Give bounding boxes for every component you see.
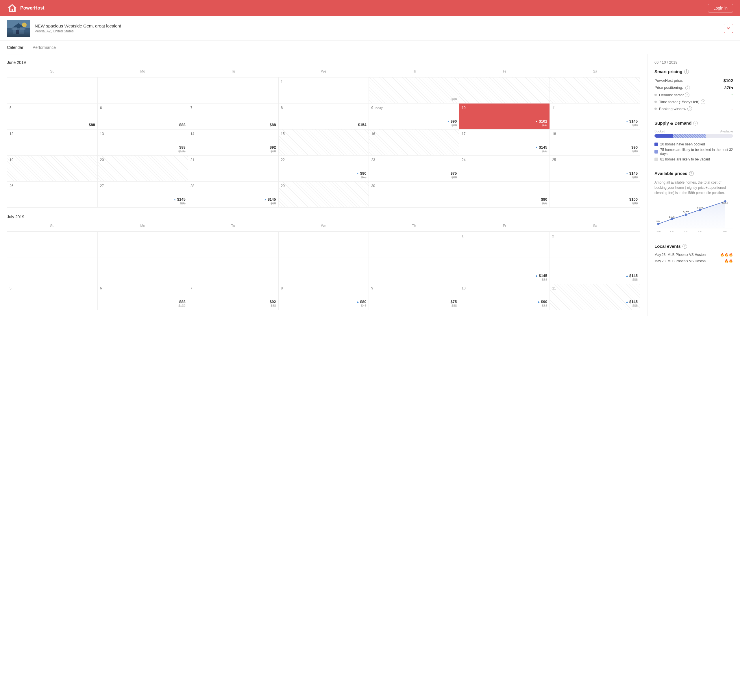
logo-area: PowerHost (7, 3, 44, 13)
booking-window-help-icon[interactable]: ? (687, 106, 692, 111)
day-header-we: We (278, 68, 369, 75)
table-row[interactable] (188, 258, 279, 284)
table-row[interactable] (7, 258, 98, 284)
available-prices-help-icon[interactable]: ? (689, 171, 694, 176)
smart-pricing-help-icon[interactable]: ? (684, 69, 689, 74)
sd-legend-text-1: 20 homes have been booked (660, 142, 705, 146)
time-factor-row: Time factor (15days left) ? ↓ (655, 100, 733, 104)
time-factor-help-icon[interactable]: ? (701, 100, 705, 104)
cell-price: ▲$90 (537, 300, 548, 304)
svg-text:$106: $106 (669, 215, 675, 218)
table-row[interactable]: 10 ▲$102 $88 (459, 103, 550, 129)
table-row[interactable]: 18 $90 $88 (550, 129, 640, 156)
table-row[interactable]: 27 ▲$145 $88 (98, 182, 188, 207)
cell-price: $75 (451, 171, 457, 175)
table-row[interactable]: 8 $154 (279, 103, 369, 129)
cell-old-price: $88 (633, 150, 638, 153)
table-row[interactable]: 24 (459, 156, 550, 182)
table-row[interactable]: 9 $75 $88 (369, 284, 459, 310)
table-row[interactable]: 6 $88 $132 (98, 284, 188, 310)
demand-factor-help-icon[interactable]: ? (685, 93, 689, 97)
cell-price: ▲$145 (535, 274, 547, 278)
june-weeks: 1 $88 5 $88 6 $88 7 $88 (7, 77, 640, 207)
price-positioning-help-icon[interactable]: ? (686, 85, 690, 90)
cell-old-price: $88 (542, 201, 547, 205)
cell-price: $88 (89, 123, 95, 127)
table-row[interactable]: 23 $75 $88 (369, 156, 459, 182)
table-row[interactable] (459, 78, 550, 103)
table-row[interactable]: 15 (279, 129, 369, 156)
cell-old-price: $88 (270, 304, 276, 307)
table-row[interactable] (7, 232, 98, 258)
table-row[interactable]: 29 (279, 182, 369, 207)
table-row[interactable]: 10 ▲$90 $88 (459, 284, 550, 310)
table-row[interactable] (188, 232, 279, 258)
local-events-help-icon[interactable]: ? (683, 244, 687, 249)
table-row[interactable]: 8 ▲$80 $45 (279, 284, 369, 310)
table-row[interactable] (98, 78, 188, 103)
supply-demand-help-icon[interactable]: ? (693, 121, 698, 125)
tab-performance[interactable]: Performance (33, 41, 56, 54)
july-day-headers: Su Mo Tu We Th Fr Sa (7, 223, 640, 232)
table-row[interactable] (279, 258, 369, 284)
cell-old-price: $88 (542, 124, 547, 127)
cell-old-price: $88 (633, 175, 638, 179)
cell-old-price: $45 (361, 304, 366, 307)
table-row[interactable]: 11 ▲$145 $88 (550, 284, 640, 310)
arrow-up-icon: ▲ (357, 172, 359, 175)
cell-old-price: $45 (361, 175, 366, 179)
table-row[interactable] (7, 78, 98, 103)
sd-bar-labels: Booked Available (655, 129, 733, 133)
table-row[interactable]: 14 $92 $88 (188, 129, 279, 156)
table-row[interactable]: 22 ▲$80 $45 (279, 156, 369, 182)
table-row[interactable]: ▲$145 $88 (550, 258, 640, 284)
table-row[interactable]: 17 ▲$145 $88 (459, 129, 550, 156)
table-row[interactable] (98, 232, 188, 258)
table-row[interactable]: $80 $88 (459, 182, 550, 207)
table-row[interactable]: 28 ▲$145 $88 (188, 182, 279, 207)
cell-old-price: $132 (178, 150, 185, 153)
login-button[interactable]: Login in (708, 4, 733, 12)
table-row[interactable] (550, 78, 640, 103)
table-row[interactable]: 20 (98, 156, 188, 182)
cell-date: 18 (552, 132, 556, 136)
table-row[interactable]: 1 (279, 78, 369, 103)
table-row[interactable]: 19 (7, 156, 98, 182)
table-row[interactable]: 7 $92 $88 (188, 284, 279, 310)
table-row[interactable]: 5 (7, 284, 98, 310)
table-row[interactable]: 26 (7, 182, 98, 207)
table-row[interactable]: 13 $88 $132 (98, 129, 188, 156)
table-row[interactable]: 11 ▲$145 $88 (550, 103, 640, 129)
table-row[interactable] (369, 232, 459, 258)
property-name: NEW spacious Westside Gem, great locaion… (35, 24, 719, 28)
table-row[interactable]: 12 (7, 129, 98, 156)
svg-point-11 (671, 218, 673, 220)
table-row[interactable]: 7 $88 (188, 103, 279, 129)
svg-point-10 (657, 223, 660, 225)
table-row[interactable] (98, 258, 188, 284)
main-layout: June 2019 Su Mo Tu We Th Fr Sa 1 $8 (0, 54, 740, 316)
cell-date: 10 (462, 286, 465, 290)
property-dropdown-button[interactable] (724, 24, 733, 33)
table-row[interactable] (188, 78, 279, 103)
cell-price: ▲$80 (357, 171, 367, 175)
table-row[interactable]: $100 $98 (550, 182, 640, 207)
table-row[interactable]: 21 (188, 156, 279, 182)
july-weeks: 1 2 ▲$145 $88 (7, 232, 640, 310)
price-positioning-value: 37th (724, 85, 733, 90)
table-row[interactable]: 6 $88 (98, 103, 188, 129)
table-row[interactable] (369, 258, 459, 284)
table-row[interactable]: 2 (550, 232, 640, 258)
svg-rect-7 (12, 27, 17, 30)
table-row[interactable]: 30 (369, 182, 459, 207)
table-row[interactable]: ▲$145 $88 (459, 258, 550, 284)
tab-calendar[interactable]: Calendar (7, 41, 23, 54)
price-positioning-label: Price positioning: ? (655, 85, 690, 90)
table-row[interactable]: 25 ▲$145 $88 (550, 156, 640, 182)
table-row[interactable]: 16 (369, 129, 459, 156)
table-row[interactable]: 9 Today ▲$90 $88 (369, 103, 459, 129)
table-row[interactable] (279, 232, 369, 258)
table-row[interactable]: 1 (459, 232, 550, 258)
table-row[interactable]: $88 (369, 78, 459, 103)
table-row[interactable]: 5 $88 (7, 103, 98, 129)
